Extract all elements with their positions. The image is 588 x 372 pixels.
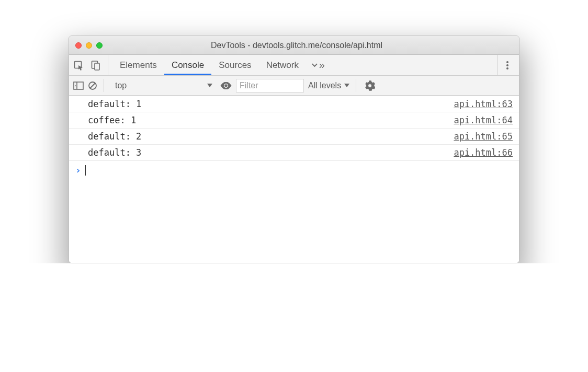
window-title: DevTools - devtools.glitch.me/console/ap…	[81, 41, 513, 50]
live-expression-icon[interactable]	[220, 82, 232, 89]
svg-point-5	[506, 67, 508, 69]
console-source-link[interactable]: api.html:65	[454, 131, 513, 142]
dropdown-icon	[207, 84, 212, 87]
device-toolbar-icon[interactable]	[91, 60, 100, 71]
console-row: default: 1 api.html:63	[69, 96, 519, 112]
console-source-link[interactable]: api.html:63	[454, 99, 513, 109]
console-source-link[interactable]: api.html:64	[454, 115, 513, 125]
console-message: coffee: 1	[88, 115, 136, 125]
inspect-element-icon[interactable]	[73, 60, 84, 71]
svg-point-3	[506, 61, 508, 63]
console-source-link[interactable]: api.html:66	[454, 147, 513, 158]
console-prompt[interactable]: ›	[69, 161, 519, 179]
tab-sources[interactable]: Sources	[211, 55, 258, 75]
filter-input[interactable]	[236, 79, 304, 92]
console-toolbar: top All levels	[69, 76, 519, 96]
tab-elements[interactable]: Elements	[112, 55, 164, 75]
devtools-window: DevTools - devtools.glitch.me/console/ap…	[69, 36, 519, 263]
prompt-chevron-icon: ›	[75, 165, 81, 176]
console-sidebar-toggle-icon[interactable]	[73, 82, 84, 90]
dropdown-icon	[344, 84, 349, 87]
console-message: default: 2	[88, 131, 141, 142]
console-output: default: 1 api.html:63 coffee: 1 api.htm…	[69, 96, 519, 263]
levels-label: All levels	[308, 81, 341, 90]
console-row: coffee: 1 api.html:64	[69, 112, 519, 129]
tab-network[interactable]: Network	[259, 55, 306, 75]
context-label: top	[115, 81, 127, 90]
svg-line-9	[90, 83, 95, 88]
console-row: default: 2 api.html:65	[69, 129, 519, 145]
devtools-tabbar: Elements Console Sources Network »	[69, 55, 519, 76]
execution-context-selector[interactable]: top	[111, 79, 216, 92]
svg-point-4	[506, 64, 508, 66]
more-tabs-icon[interactable]: »	[310, 55, 325, 75]
log-levels-selector[interactable]: All levels	[308, 81, 349, 90]
console-message: default: 3	[88, 147, 141, 158]
clear-console-icon[interactable]	[88, 81, 97, 90]
console-message: default: 1	[88, 99, 141, 109]
input-caret	[85, 165, 86, 176]
tabs: Elements Console Sources Network	[108, 55, 310, 75]
svg-rect-2	[95, 63, 99, 70]
console-row: default: 3 api.html:66	[69, 145, 519, 161]
console-settings-icon[interactable]	[365, 80, 375, 91]
tab-console[interactable]: Console	[164, 55, 211, 75]
customize-devtools-icon[interactable]	[500, 55, 515, 75]
svg-point-10	[225, 84, 228, 87]
titlebar: DevTools - devtools.glitch.me/console/ap…	[69, 36, 519, 55]
